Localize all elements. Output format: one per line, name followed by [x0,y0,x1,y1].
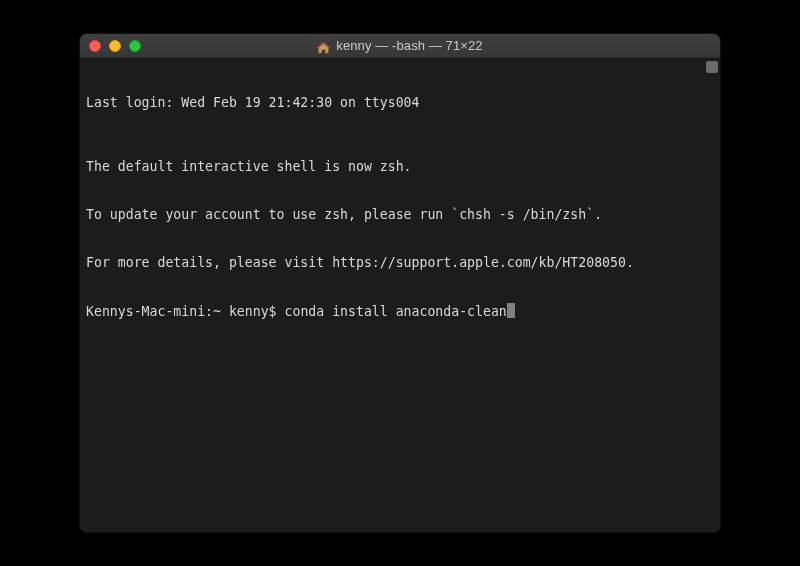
zoom-button[interactable] [129,40,141,52]
terminal-line: Last login: Wed Feb 19 21:42:30 on ttys0… [86,95,714,111]
terminal-prompt-line: Kennys-Mac-mini:~ kenny$ conda install a… [86,303,714,320]
terminal-line: The default interactive shell is now zsh… [86,159,714,175]
terminal-body[interactable]: Last login: Wed Feb 19 21:42:30 on ttys0… [80,58,720,532]
terminal-command: conda install anaconda-clean [285,304,507,319]
traffic-lights [80,40,141,52]
cursor [507,303,515,318]
scrollbar-thumb[interactable] [706,61,718,73]
minimize-button[interactable] [109,40,121,52]
titlebar[interactable]: kenny — -bash — 71×22 [80,34,720,58]
terminal-window: kenny — -bash — 71×22 Last login: Wed Fe… [80,34,720,532]
window-title: kenny — -bash — 71×22 [336,38,482,53]
home-icon [317,40,330,52]
terminal-prompt: Kennys-Mac-mini:~ kenny$ [86,304,285,319]
terminal-line: To update your account to use zsh, pleas… [86,207,714,223]
terminal-line: For more details, please visit https://s… [86,255,714,271]
title-wrap: kenny — -bash — 71×22 [80,38,720,53]
close-button[interactable] [89,40,101,52]
